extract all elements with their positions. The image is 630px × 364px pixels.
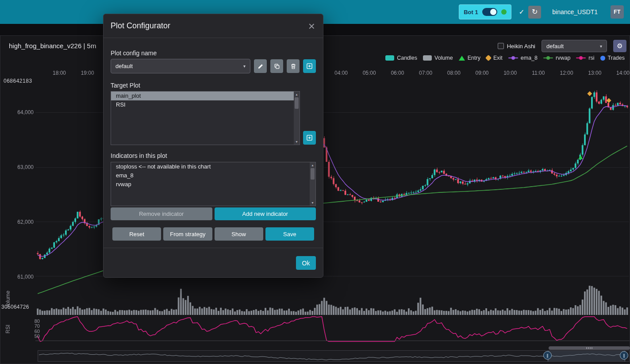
x-axis-label: 12:00: [560, 70, 573, 76]
horizontal-scrollbar[interactable]: [549, 346, 630, 350]
heikin-ashi-checkbox[interactable]: [498, 43, 504, 49]
heikin-ashi-toggle[interactable]: Heikin Ashi: [498, 43, 535, 50]
legend-dot: [511, 56, 515, 60]
bot-toggle[interactable]: [482, 8, 497, 16]
legend-item-ema_8[interactable]: ema_8: [508, 55, 538, 61]
legend-item-candles[interactable]: Candles: [385, 55, 417, 61]
legend-label: ema_8: [521, 55, 538, 61]
trades-swatch-icon: [600, 56, 605, 61]
refresh-icon: ↻: [532, 8, 538, 15]
target-plot-row: main_plot RSI ▲ ▼: [111, 91, 316, 145]
volume-axis-title: Volume: [5, 289, 11, 310]
add-plot-button[interactable]: [303, 131, 316, 145]
x-axis-label: 10:00: [503, 70, 517, 76]
modal-footer: Ok: [104, 248, 323, 277]
list-item[interactable]: rvwap: [111, 180, 310, 189]
legend-item-entry[interactable]: Entry: [459, 55, 480, 61]
gear-icon: ⚙: [617, 42, 622, 50]
x-axis-label: 13:00: [588, 70, 601, 76]
check-icon: ✓: [519, 8, 525, 16]
ema_8-swatch-icon: [508, 57, 518, 59]
scroll-down-icon[interactable]: ▼: [311, 200, 314, 205]
list-item[interactable]: main_plot: [111, 92, 294, 100]
plot-configurator-modal: Plot Configurator × Plot config name def…: [103, 14, 323, 278]
delete-config-button[interactable]: [287, 59, 300, 73]
exit-swatch-icon: [485, 55, 492, 61]
config-row: default ▾: [111, 59, 316, 73]
rvwap-swatch-icon: [543, 57, 553, 59]
show-button[interactable]: Show: [215, 227, 263, 241]
volume-swatch-icon: [423, 55, 432, 61]
scrollbar[interactable]: ▲ ▼: [294, 92, 300, 145]
plot-config-select[interactable]: default ▾: [111, 59, 250, 73]
candles-swatch-icon: [385, 55, 394, 61]
list-item[interactable]: ema_8: [111, 171, 310, 180]
bot-online-status-icon: [501, 9, 507, 15]
reset-button[interactable]: Reset: [112, 227, 161, 241]
refresh-button[interactable]: ↻: [528, 6, 541, 19]
chevron-down-icon: ▾: [243, 64, 246, 69]
config-actions-row: Reset From strategy Show Save: [112, 227, 314, 241]
bot-id-label: binance_USDT1: [552, 8, 598, 15]
scrollbar[interactable]: ▲ ▼: [310, 162, 315, 206]
list-item[interactable]: RSI: [111, 100, 294, 109]
add-config-button[interactable]: [303, 59, 316, 73]
legend-label: Exit: [493, 55, 503, 61]
legend-label: Volume: [434, 55, 453, 61]
heikin-ashi-label: Heikin Ashi: [507, 43, 535, 50]
legend-item-rsi[interactable]: rsi: [576, 55, 594, 61]
scroll-thumb[interactable]: [311, 168, 315, 180]
scroll-thumb[interactable]: [295, 97, 299, 109]
bot-selector-pill[interactable]: Bot 1: [459, 4, 511, 19]
list-item[interactable]: stoploss <-- not available in this chart: [111, 162, 310, 171]
close-icon[interactable]: ×: [308, 20, 315, 32]
from-strategy-button[interactable]: From strategy: [163, 227, 212, 241]
x-axis-label: 19:00: [81, 70, 94, 76]
x-axis-label: 05:00: [363, 70, 376, 76]
scroll-up-icon[interactable]: ▲: [311, 163, 314, 168]
pencil-icon: [257, 63, 264, 69]
x-axis-label: 09:00: [475, 70, 488, 76]
target-plot-list[interactable]: main_plot RSI ▲ ▼: [111, 91, 300, 145]
legend-item-volume[interactable]: Volume: [423, 55, 453, 61]
legend-item-exit[interactable]: Exit: [486, 55, 503, 61]
x-axis-label: 06:00: [391, 70, 404, 76]
modal-title: Plot Configurator: [111, 21, 170, 31]
x-axis-label: 07:00: [419, 70, 432, 76]
overlapped-axis-label: 068642183: [4, 78, 32, 84]
target-plot-label: Target Plot: [111, 82, 316, 89]
plus-square-icon: [306, 134, 313, 141]
legend-label: rvwap: [556, 55, 570, 61]
avatar[interactable]: FT: [611, 5, 624, 19]
save-button[interactable]: Save: [265, 227, 314, 241]
remove-indicator-button[interactable]: Remove indicator: [111, 207, 212, 220]
legend-item-trades[interactable]: Trades: [600, 55, 625, 61]
x-axis-label: 18:00: [53, 70, 66, 76]
duplicate-config-button[interactable]: [270, 59, 283, 73]
modal-header: Plot Configurator ×: [104, 14, 323, 38]
indicators-list[interactable]: stoploss <-- not available in this chart…: [111, 162, 316, 206]
x-axis-label: 14:00: [616, 70, 630, 76]
indicators-label: Indicators in this plot: [111, 152, 316, 159]
plot-config-header-select[interactable]: default ▾: [542, 40, 607, 52]
trash-icon: [290, 63, 296, 69]
toggle-knob: [490, 9, 496, 15]
add-new-indicator-button[interactable]: Add new indicator: [215, 207, 316, 220]
datazoom-right-handle-icon[interactable]: ∥: [620, 351, 628, 360]
modal-body: Plot config name default ▾ Target Plot m…: [104, 38, 323, 241]
datazoom-left-handle-icon[interactable]: ∥: [543, 351, 552, 360]
scroll-up-icon[interactable]: ▲: [295, 92, 298, 97]
rename-config-button[interactable]: [254, 59, 267, 73]
legend-label: Entry: [468, 55, 480, 61]
legend-item-rvwap[interactable]: rvwap: [543, 55, 570, 61]
plot-config-select-value: default: [115, 63, 133, 69]
ok-button[interactable]: Ok: [296, 256, 316, 270]
chart-controls: Heikin Ashi default ▾ ⚙: [498, 40, 626, 52]
chart-legend: CandlesVolumeEntryExitema_8rvwaprsiTrade…: [385, 55, 625, 61]
indicator-actions-row: Remove indicator Add new indicator: [111, 207, 316, 220]
scroll-down-icon[interactable]: ▼: [295, 139, 298, 144]
rsi-swatch-icon: [576, 57, 586, 59]
entry-swatch-icon: [459, 56, 465, 61]
chevron-down-icon: ▾: [600, 44, 602, 49]
plot-settings-button[interactable]: ⚙: [613, 40, 626, 52]
